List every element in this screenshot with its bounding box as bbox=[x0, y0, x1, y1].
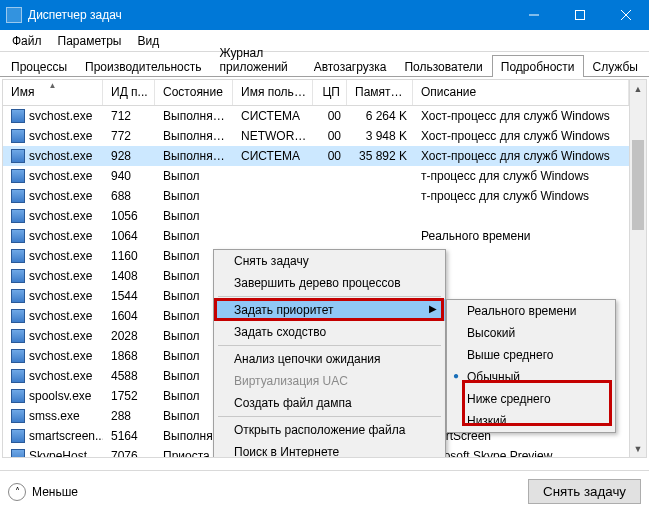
table-row[interactable]: svchost.exe1056Выпол bbox=[3, 206, 629, 226]
process-name: SkypeHost.... bbox=[29, 449, 100, 458]
table-row[interactable]: svchost.exe772Выполняет...NETWORK...003 … bbox=[3, 126, 629, 146]
menu-item[interactable]: Создать файл дампа bbox=[214, 392, 445, 414]
cell-desc: т-процесс для служб Windows bbox=[413, 169, 629, 183]
cell-desc: Хост-процесс для служб Windows bbox=[413, 129, 629, 143]
column-desc[interactable]: Описание bbox=[413, 80, 629, 105]
process-icon bbox=[11, 449, 25, 458]
menu-item[interactable]: Ниже среднего bbox=[447, 388, 615, 410]
column-user[interactable]: Имя польз... bbox=[233, 80, 313, 105]
menu-separator bbox=[218, 345, 441, 346]
tab-1[interactable]: Производительность bbox=[76, 55, 210, 77]
tab-0[interactable]: Процессы bbox=[2, 55, 76, 77]
close-button[interactable] bbox=[603, 0, 649, 30]
process-icon bbox=[11, 249, 25, 263]
menu-item[interactable]: Низкий bbox=[447, 410, 615, 432]
cell-user: СИСТЕМА bbox=[233, 109, 313, 123]
menu-item[interactable]: Анализ цепочки ожидания bbox=[214, 348, 445, 370]
chevron-up-icon: ˄ bbox=[8, 483, 26, 501]
cell-pid: 1604 bbox=[103, 309, 155, 323]
cell-mem: 35 892 K bbox=[347, 149, 413, 163]
end-task-button[interactable]: Снять задачу bbox=[528, 479, 641, 504]
menu-item: Виртуализация UAC bbox=[214, 370, 445, 392]
cell-pid: 1408 bbox=[103, 269, 155, 283]
tab-5[interactable]: Подробности bbox=[492, 55, 584, 77]
tab-2[interactable]: Журнал приложений bbox=[211, 41, 305, 77]
cell-pid: 1752 bbox=[103, 389, 155, 403]
process-name: svchost.exe bbox=[29, 129, 92, 143]
cell-desc: Реального времени bbox=[413, 229, 629, 243]
menu-item[interactable]: Снять задачу bbox=[214, 250, 445, 272]
process-icon bbox=[11, 429, 25, 443]
cell-state: Выпол bbox=[155, 209, 233, 223]
column-cpu[interactable]: ЦП bbox=[313, 80, 347, 105]
cell-pid: 2028 bbox=[103, 329, 155, 343]
fewer-details-button[interactable]: ˄ Меньше bbox=[8, 483, 78, 501]
cell-state: Выполняет... bbox=[155, 109, 233, 123]
menu-item[interactable]: Завершить дерево процессов bbox=[214, 272, 445, 294]
menu-item[interactable]: Задать приоритет▶ bbox=[214, 299, 445, 321]
process-name: svchost.exe bbox=[29, 109, 92, 123]
fewer-details-label: Меньше bbox=[32, 485, 78, 499]
cell-desc: Хост-процесс для служб Windows bbox=[413, 109, 629, 123]
cell-pid: 1064 bbox=[103, 229, 155, 243]
process-icon bbox=[11, 369, 25, 383]
table-row[interactable]: svchost.exe688Выполт-процесс для служб W… bbox=[3, 186, 629, 206]
menu-item[interactable]: Обычный bbox=[447, 366, 615, 388]
column-pid[interactable]: ИД п... bbox=[103, 80, 155, 105]
menu-item[interactable]: Реального времени bbox=[447, 300, 615, 322]
process-name: svchost.exe bbox=[29, 289, 92, 303]
scroll-up-button[interactable]: ▲ bbox=[630, 80, 646, 97]
menu-item[interactable]: Выше среднего bbox=[447, 344, 615, 366]
process-name: svchost.exe bbox=[29, 229, 92, 243]
vertical-scrollbar[interactable]: ▲ ▼ bbox=[629, 80, 646, 457]
cell-state: Выполняет... bbox=[155, 149, 233, 163]
context-menu: Снять задачуЗавершить дерево процессовЗа… bbox=[213, 249, 446, 458]
tab-strip: ПроцессыПроизводительностьЖурнал приложе… bbox=[0, 52, 649, 77]
process-name: smss.exe bbox=[29, 409, 80, 423]
footer: ˄ Меньше Снять задачу bbox=[0, 470, 649, 512]
menu-separator bbox=[218, 296, 441, 297]
process-name: spoolsv.exe bbox=[29, 389, 91, 403]
process-icon bbox=[11, 149, 25, 163]
table-row[interactable]: svchost.exe712Выполняет...СИСТЕМА006 264… bbox=[3, 106, 629, 126]
tab-4[interactable]: Пользователи bbox=[395, 55, 491, 77]
submenu-arrow-icon: ▶ bbox=[429, 303, 437, 314]
process-name: svchost.exe bbox=[29, 189, 92, 203]
window-title: Диспетчер задач bbox=[28, 8, 511, 22]
sort-caret-icon: ▲ bbox=[49, 81, 57, 90]
menu-Параметры[interactable]: Параметры bbox=[50, 32, 130, 50]
tab-3[interactable]: Автозагрузка bbox=[305, 55, 396, 77]
menu-Файл[interactable]: Файл bbox=[4, 32, 50, 50]
table-row[interactable]: svchost.exe940Выполт-процесс для служб W… bbox=[3, 166, 629, 186]
menu-item[interactable]: Открыть расположение файла bbox=[214, 419, 445, 441]
column-mem[interactable]: Память (... bbox=[347, 80, 413, 105]
menu-item[interactable]: Задать сходство bbox=[214, 321, 445, 343]
tab-6[interactable]: Службы bbox=[584, 55, 647, 77]
column-state[interactable]: Состояние bbox=[155, 80, 233, 105]
minimize-button[interactable] bbox=[511, 0, 557, 30]
process-name: svchost.exe bbox=[29, 309, 92, 323]
menu-item[interactable]: Поиск в Интернете bbox=[214, 441, 445, 458]
cell-mem: 6 264 K bbox=[347, 109, 413, 123]
table-row[interactable]: svchost.exe928Выполняет...СИСТЕМА0035 89… bbox=[3, 146, 629, 166]
table-row[interactable]: svchost.exe1064ВыполРеального времени bbox=[3, 226, 629, 246]
app-icon bbox=[6, 7, 22, 23]
cell-pid: 772 bbox=[103, 129, 155, 143]
process-icon bbox=[11, 329, 25, 343]
menu-item[interactable]: Высокий bbox=[447, 322, 615, 344]
cell-cpu: 00 bbox=[313, 109, 347, 123]
maximize-button[interactable] bbox=[557, 0, 603, 30]
process-icon bbox=[11, 189, 25, 203]
cell-state: Выпол bbox=[155, 229, 233, 243]
menu-Вид[interactable]: Вид bbox=[129, 32, 167, 50]
process-name: svchost.exe bbox=[29, 329, 92, 343]
process-icon bbox=[11, 269, 25, 283]
cell-pid: 4588 bbox=[103, 369, 155, 383]
scroll-down-button[interactable]: ▼ bbox=[630, 440, 646, 457]
column-name[interactable]: Имя▲ bbox=[3, 80, 103, 105]
scroll-thumb[interactable] bbox=[632, 140, 644, 230]
cell-state: Выпол bbox=[155, 189, 233, 203]
cell-pid: 5164 bbox=[103, 429, 155, 443]
cell-pid: 712 bbox=[103, 109, 155, 123]
cell-mem: 3 948 K bbox=[347, 129, 413, 143]
